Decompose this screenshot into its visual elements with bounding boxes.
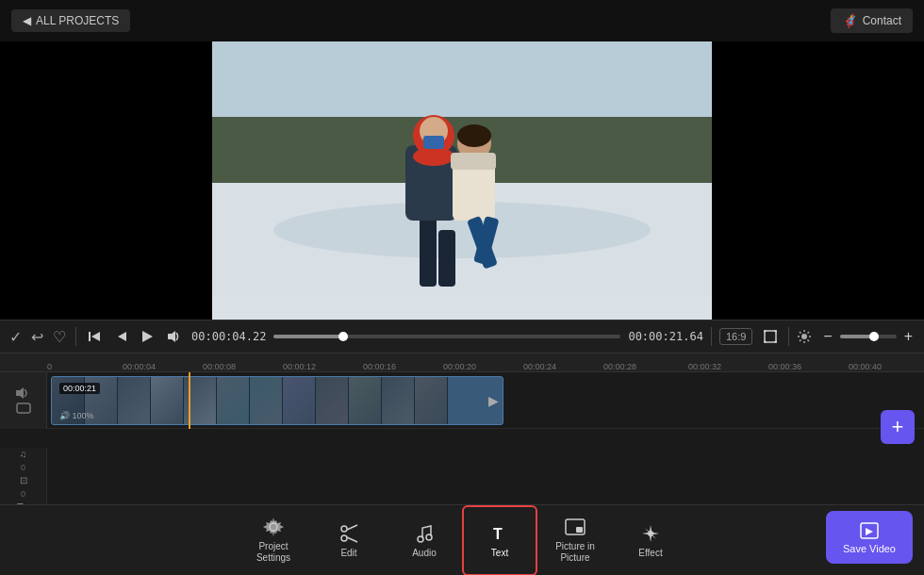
edit-label: Edit <box>340 548 356 558</box>
svg-line-38 <box>347 525 357 530</box>
video-content-svg <box>212 41 712 320</box>
volume-track-icon <box>16 387 31 399</box>
effect-label: Effect <box>638 548 662 558</box>
clip-duration-badge: 00:00:21 <box>59 383 100 394</box>
svg-rect-10 <box>423 136 444 149</box>
zoom-out-button[interactable]: − <box>819 326 835 347</box>
toolbar-item-pip[interactable]: Picture inPicture <box>537 505 613 576</box>
ruler-mark-6: 00:00:24 <box>523 362 556 371</box>
progress-thumb <box>338 332 348 341</box>
heart-button[interactable]: ♡ <box>51 326 68 348</box>
toolbar-item-audio[interactable]: Audio <box>387 505 462 576</box>
svg-marker-19 <box>91 332 100 341</box>
video-clip[interactable]: 00:00:21 🔊 100% <box>51 376 503 425</box>
separator-2 <box>711 327 712 346</box>
svg-line-30 <box>808 340 810 342</box>
filmstrip-cell <box>250 377 283 424</box>
clip-icon <box>16 402 31 414</box>
svg-point-37 <box>341 535 347 541</box>
save-video-button[interactable]: Save Video <box>826 511 913 564</box>
svg-rect-34 <box>17 403 30 413</box>
filmstrip-cell <box>382 377 415 424</box>
filmstrip-cell <box>349 377 382 424</box>
contact-avatar-icon: 🦸 <box>842 13 858 28</box>
play-icon <box>140 330 154 343</box>
toolbar-item-text[interactable]: T Text <box>462 505 537 576</box>
playback-controls <box>84 328 184 345</box>
audio-label: Audio <box>412 548 437 558</box>
all-projects-label: ALL PROJECTS <box>36 14 119 27</box>
zoom-controls: − + <box>819 326 916 347</box>
fullscreen-button[interactable] <box>760 328 781 345</box>
step-back-icon <box>114 330 127 343</box>
add-track-button[interactable]: + <box>881 410 915 444</box>
brightness-icon <box>797 329 812 344</box>
ruler-mark-9: 00:00:36 <box>768 362 801 371</box>
filmstrip-cell <box>415 377 448 424</box>
skip-start-icon <box>88 330 101 343</box>
ruler-mark-5: 00:00:20 <box>443 362 476 371</box>
volume-value: 100% <box>73 411 94 420</box>
skip-to-start-button[interactable] <box>84 328 105 345</box>
separator-3 <box>788 327 789 346</box>
confirm-button[interactable]: ✓ <box>8 326 24 348</box>
svg-point-15 <box>457 124 491 147</box>
overlay-track-content <box>47 474 924 501</box>
main-track-label <box>0 372 47 429</box>
zoom-track[interactable] <box>840 335 897 338</box>
svg-text:T: T <box>493 526 503 542</box>
volume-badge: 🔊 100% <box>59 411 94 420</box>
toolbar-item-project-settings[interactable]: ProjectSettings <box>236 505 311 576</box>
volume-icon-small: 🔊 <box>59 411 70 420</box>
contact-button[interactable]: 🦸 Contact <box>831 8 913 33</box>
gear-icon <box>263 517 284 537</box>
play-button[interactable] <box>137 328 157 345</box>
timeline-ruler: 0 00:00:04 00:00:08 00:00:12 00:00:16 00… <box>0 353 924 372</box>
svg-line-31 <box>808 332 810 334</box>
overlay-track-label: ⊡ 0 <box>0 474 47 501</box>
undo-button[interactable]: ↩ <box>29 326 45 348</box>
music-note-icon: ♫ <box>20 449 27 459</box>
audio-track-row: ♫ 0 <box>0 448 924 474</box>
audio-track-count: 0 <box>21 463 25 472</box>
total-time: 00:00:21.64 <box>628 330 702 343</box>
volume-icon <box>167 330 180 343</box>
svg-rect-18 <box>89 332 91 341</box>
save-video-icon <box>859 520 880 541</box>
progress-track[interactable] <box>273 335 620 338</box>
text-label: Text <box>491 548 508 558</box>
ruler-mark-8: 00:00:32 <box>688 362 721 371</box>
ruler-mark-1: 00:00:04 <box>123 362 156 371</box>
zoom-in-button[interactable]: + <box>900 326 916 347</box>
progress-fill <box>273 335 343 338</box>
svg-rect-23 <box>765 331 776 342</box>
toolbar-item-effect[interactable]: Effect <box>613 505 688 576</box>
svg-marker-20 <box>118 332 126 341</box>
pip-icon-toolbar <box>565 517 586 537</box>
step-back-button[interactable] <box>110 328 131 345</box>
save-video-label: Save Video <box>843 543 896 554</box>
ruler-mark-4: 00:00:16 <box>363 362 396 371</box>
bottom-toolbar: ProjectSettings Edit Audio T Text P <box>0 504 924 575</box>
svg-point-40 <box>418 536 423 542</box>
audio-track-content <box>47 448 924 474</box>
svg-marker-47 <box>866 528 873 535</box>
ruler-mark-0: 0 <box>47 362 52 371</box>
playhead[interactable] <box>189 372 190 429</box>
svg-rect-4 <box>420 211 437 287</box>
svg-line-39 <box>347 537 357 542</box>
toolbar-item-edit[interactable]: Edit <box>311 505 387 576</box>
filmstrip-cell <box>217 377 250 424</box>
clip-expand-button[interactable]: ▶ <box>488 393 499 408</box>
svg-rect-16 <box>451 153 496 170</box>
svg-point-8 <box>413 147 454 166</box>
text-t-icon: T <box>489 523 510 544</box>
project-settings-label: ProjectSettings <box>256 541 290 564</box>
ruler-mark-3: 00:00:12 <box>283 362 316 371</box>
ruler-mark-2: 00:00:08 <box>203 362 236 371</box>
svg-line-32 <box>800 340 801 342</box>
filmstrip-cell <box>283 377 316 424</box>
all-projects-button[interactable]: ◀ ALL PROJECTS <box>11 9 130 32</box>
volume-button[interactable] <box>163 328 184 345</box>
filmstrip <box>52 377 448 424</box>
